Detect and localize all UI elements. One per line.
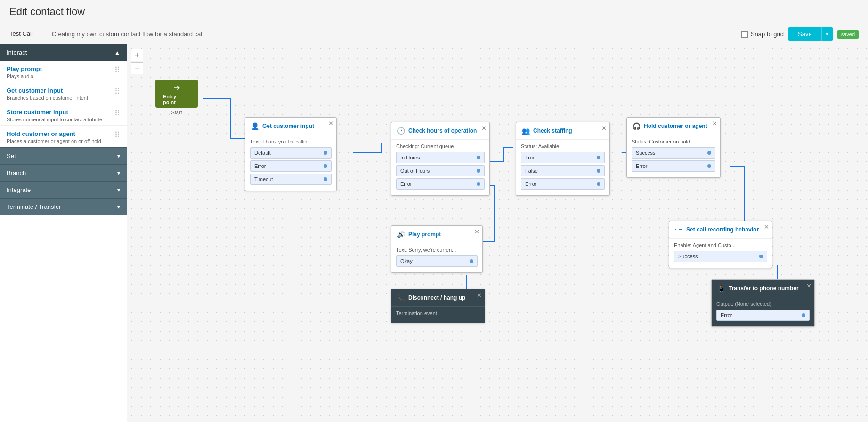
gci-port-error-label: Error xyxy=(254,163,266,169)
sidebar-item-gci-content: Get customer input Branches based on cus… xyxy=(7,87,111,101)
zoom-in-button[interactable]: + xyxy=(131,49,143,61)
play-prompt-node[interactable]: 🔊 Play prompt ✕ Text: Sorry, we're curre… xyxy=(391,225,483,273)
check-staffing-header: 👥 Check staffing ✕ xyxy=(516,122,609,140)
check-hours-port-inhours[interactable]: In Hours xyxy=(396,152,485,163)
gci-node-header: 👤 Get customer input ✕ xyxy=(245,118,336,135)
get-customer-input-node[interactable]: 👤 Get customer input ✕ Text: Thank you f… xyxy=(245,117,337,191)
flow-name[interactable]: Test Call xyxy=(9,30,33,38)
branch-chevron: ▾ xyxy=(117,170,120,176)
transfer-error-dot xyxy=(802,313,805,317)
set-chevron: ▾ xyxy=(117,153,120,159)
sidebar-terminate-header[interactable]: Terminate / Transfer ▾ xyxy=(0,198,127,215)
check-hours-error-label: Error xyxy=(400,181,412,187)
staffing-true-dot xyxy=(597,156,600,159)
sidebar-set-header[interactable]: Set ▾ xyxy=(0,147,127,164)
disconnect-text: Termination event xyxy=(396,311,480,316)
gci-port-timeout-dot xyxy=(324,177,327,181)
canvas-inner: + − ➜ Entry point Start 👤 Get customer i… xyxy=(127,44,868,421)
gci-close-button[interactable]: ✕ xyxy=(328,120,333,127)
hold-success-dot xyxy=(707,151,711,155)
check-staffing-close[interactable]: ✕ xyxy=(601,125,607,132)
header-right: Snap to grid Save ▾ saved xyxy=(741,27,859,41)
sci-title: Store customer input xyxy=(7,109,111,116)
terminate-chevron: ▾ xyxy=(117,204,120,210)
disconnect-node[interactable]: 📞 Disconnect / hang up ✕ Termination eve… xyxy=(391,289,485,323)
transfer-text: Output: (None selected) xyxy=(716,301,810,307)
play-prompt-header: 🔊 Play prompt ✕ xyxy=(391,226,482,243)
set-recording-title: Set call recording behavior xyxy=(686,226,767,233)
set-recording-node[interactable]: 〰 Set call recording behavior ✕ Enable: … xyxy=(669,221,772,268)
check-hours-body: Checking: Current queue In Hours Out of … xyxy=(391,140,489,195)
recording-port-success[interactable]: Success xyxy=(674,251,767,262)
gci-port-timeout-label: Timeout xyxy=(254,176,273,182)
play-prompt-port-okay[interactable]: Okay xyxy=(396,255,478,267)
drag-handle-sci: ⠿ xyxy=(111,109,120,118)
set-recording-header: 〰 Set call recording behavior ✕ xyxy=(669,221,772,239)
staffing-port-error[interactable]: Error xyxy=(521,178,605,190)
hold-customer-icon: 🎧 xyxy=(632,121,641,131)
check-hours-port-outofhours[interactable]: Out of Hours xyxy=(396,165,485,176)
check-staffing-title: Check staffing xyxy=(533,127,605,134)
drag-handle-hca: ⠿ xyxy=(111,130,120,139)
play-prompt-icon: 🔊 xyxy=(396,230,406,239)
branch-label: Branch xyxy=(7,169,26,176)
sidebar-interact-header[interactable]: Interact ▲ xyxy=(0,44,127,61)
check-hours-port-error[interactable]: Error xyxy=(396,178,485,190)
disconnect-close[interactable]: ✕ xyxy=(477,292,482,299)
save-button-group: Save ▾ xyxy=(788,27,833,41)
gci-port-timeout[interactable]: Timeout xyxy=(250,174,332,185)
gci-port-default-label: Default xyxy=(254,150,271,156)
sidebar-item-get-customer-input[interactable]: Get customer input Branches based on cus… xyxy=(0,82,127,104)
gci-node-text: Text: Thank you for callin... xyxy=(250,139,332,144)
page-title: Edit contact flow xyxy=(9,6,859,18)
hold-port-success[interactable]: Success xyxy=(632,147,715,159)
hold-port-error[interactable]: Error xyxy=(632,160,715,172)
drag-handle-gci: ⠿ xyxy=(111,87,120,96)
check-staffing-node[interactable]: 👥 Check staffing ✕ Status: Available Tru… xyxy=(516,122,610,196)
check-hours-node[interactable]: 🕐 Check hours of operation ✕ Checking: C… xyxy=(391,122,490,196)
staffing-port-false[interactable]: False xyxy=(521,165,605,176)
sidebar-item-sci-content: Store customer input Stores numerical in… xyxy=(7,109,111,122)
save-dropdown-button[interactable]: ▾ xyxy=(821,27,833,41)
check-hours-icon: 🕐 xyxy=(396,126,406,135)
sidebar-item-hold-customer[interactable]: Hold customer or agent Places a customer… xyxy=(0,126,127,147)
sidebar-item-store-customer-input[interactable]: Store customer input Stores numerical in… xyxy=(0,104,127,126)
snap-to-grid-checkbox[interactable] xyxy=(741,31,748,38)
set-recording-text: Enable: Agent and Custo... xyxy=(674,242,767,248)
gci-desc: Branches based on customer intent. xyxy=(7,95,111,101)
outofhours-label: Out of Hours xyxy=(400,168,430,174)
sidebar-branch-header[interactable]: Branch ▾ xyxy=(0,164,127,181)
staffing-error-dot xyxy=(597,182,600,186)
gci-title: Get customer input xyxy=(7,87,111,94)
hold-customer-node[interactable]: 🎧 Hold customer or agent ✕ Status: Custo… xyxy=(626,117,721,178)
staffing-true-label: True xyxy=(525,155,535,160)
transfer-close[interactable]: ✕ xyxy=(806,282,811,289)
gci-node-title: Get customer input xyxy=(262,123,332,129)
check-staffing-icon: 👥 xyxy=(521,126,530,135)
play-prompt-body: Text: Sorry, we're curren... Okay xyxy=(391,243,482,272)
save-button[interactable]: Save xyxy=(788,27,821,41)
sidebar-item-play-prompt[interactable]: Play prompt Plays audio. ⠿ xyxy=(0,61,127,82)
gci-port-error[interactable]: Error xyxy=(250,160,332,172)
outofhours-dot xyxy=(477,169,480,173)
set-recording-close[interactable]: ✕ xyxy=(764,223,769,231)
recording-success-label: Success xyxy=(678,254,698,259)
zoom-out-button[interactable]: − xyxy=(131,62,143,74)
start-label: Start xyxy=(155,110,198,115)
gci-port-error-dot xyxy=(324,164,327,168)
check-hours-close[interactable]: ✕ xyxy=(481,125,487,132)
sidebar-integrate-header[interactable]: Integrate ▾ xyxy=(0,181,127,198)
staffing-port-true[interactable]: True xyxy=(521,152,605,163)
gci-port-default[interactable]: Default xyxy=(250,147,332,159)
entry-point-node[interactable]: ➜ Entry point Start xyxy=(155,80,198,115)
transfer-body: Output: (None selected) Error xyxy=(712,297,814,326)
canvas-scroll[interactable]: + − ➜ Entry point Start 👤 Get customer i… xyxy=(127,44,868,422)
transfer-phone-node[interactable]: 📱 Transfer to phone number ✕ Output: (No… xyxy=(711,279,815,327)
transfer-port-error[interactable]: Error xyxy=(716,310,810,321)
hca-title: Hold customer or agent xyxy=(7,130,111,137)
transfer-title: Transfer to phone number xyxy=(729,285,810,292)
staffing-error-label: Error xyxy=(525,181,536,187)
hold-customer-close[interactable]: ✕ xyxy=(712,120,717,127)
integrate-chevron: ▾ xyxy=(117,187,120,193)
play-prompt-close[interactable]: ✕ xyxy=(474,228,479,235)
